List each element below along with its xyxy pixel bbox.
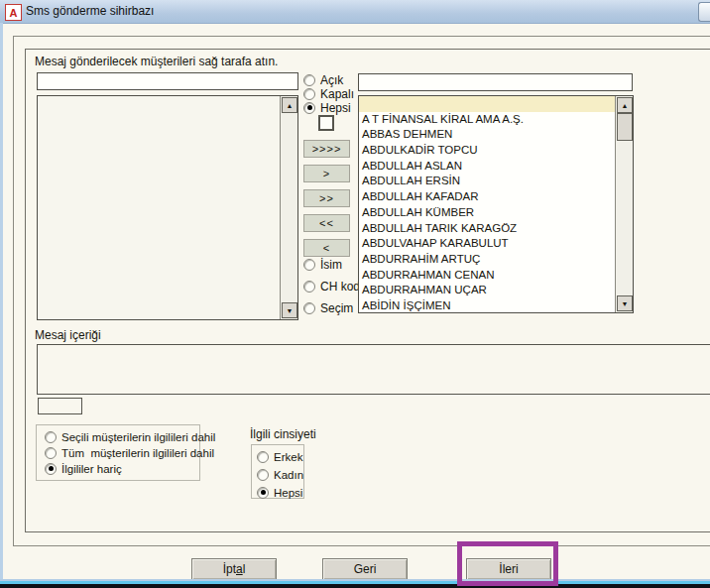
list-item[interactable]: ABDURRAHMAN CENAN <box>359 268 616 284</box>
radio-icon <box>303 281 315 293</box>
gender-group-label: İlgili cinsiyeti <box>250 427 316 441</box>
window-title: Sms gönderme sihirbazı <box>26 4 154 18</box>
radio-label: Seçim <box>320 301 353 315</box>
radio-acik[interactable]: Açık <box>303 73 343 86</box>
source-list-rows <box>38 96 281 319</box>
char-counter-box <box>38 398 82 414</box>
scroll-down-icon[interactable]: ▼ <box>617 295 633 311</box>
radio-tum-ilgililer-dahil[interactable]: Tüm müşterilerin ilgilileri dahil <box>45 446 214 459</box>
radio-hepsi-gender[interactable]: Hepsi <box>257 486 302 499</box>
radio-icon <box>45 431 57 443</box>
source-list-scrollbar[interactable]: ▲ ▼ <box>280 96 297 319</box>
source-list[interactable]: ▲ ▼ <box>37 95 298 320</box>
app-icon: A <box>5 4 22 21</box>
source-search-input[interactable] <box>37 72 298 90</box>
radio-icon <box>303 302 315 314</box>
radio-label: CH kod <box>320 280 360 294</box>
cancel-label-prefix: İpt <box>223 562 236 576</box>
selected-empty-row[interactable] <box>359 96 616 112</box>
radio-kapali[interactable]: Kapalı <box>303 87 354 100</box>
instruction-label: Mesaj gönderilecek müşterileri sağ taraf… <box>35 55 278 68</box>
radio-kadin[interactable]: Kadın <box>257 468 303 481</box>
radio-ch-kod[interactable]: CH kod <box>303 280 360 293</box>
back-button[interactable]: Geri <box>322 558 408 580</box>
radio-ilgililer-haric[interactable]: İlgililer hariç <box>45 462 122 475</box>
cancel-button[interactable]: İptal <box>191 558 277 580</box>
radio-icon <box>303 102 315 114</box>
radio-label: Seçili müşterilerin ilgilileri dahil <box>61 431 215 443</box>
move-all-right-button[interactable]: >>>> <box>303 140 350 158</box>
radio-icon <box>303 74 315 86</box>
list-item[interactable]: ABDULVAHAP KARABULUT <box>359 236 616 252</box>
list-item[interactable]: ABDULLAH ASLAN <box>359 159 616 175</box>
list-item[interactable]: ABDULKADİR TOPCU <box>359 143 616 159</box>
title-bar[interactable]: A Sms gönderme sihirbazı <box>0 0 710 24</box>
list-item[interactable]: ABDURRAHİM ARTUÇ <box>359 252 616 268</box>
list-item[interactable]: ABBAS DEHMEN <box>359 127 616 143</box>
radio-label: İsim <box>320 258 342 272</box>
annotation-highlight-next-button <box>457 541 558 586</box>
recipient-list[interactable]: A T FİNANSAL KİRAL AMA A.Ş.ABBAS DEHMENA… <box>358 95 634 313</box>
move-page-left-button[interactable]: << <box>303 214 350 232</box>
scroll-down-icon[interactable]: ▼ <box>282 302 297 318</box>
radio-icon <box>257 451 269 463</box>
scrollbar-thumb[interactable] <box>617 113 633 141</box>
radio-label: Kapalı <box>320 87 354 101</box>
message-content-label: Mesaj içeriği <box>35 328 101 342</box>
radio-isim[interactable]: İsim <box>303 258 342 271</box>
recipient-list-scrollbar[interactable]: ▲ ▼ <box>615 96 633 312</box>
move-one-left-button[interactable]: < <box>303 239 350 257</box>
radio-label: Hepsi <box>274 487 302 499</box>
list-item[interactable]: ABDULLAH ERSİN <box>359 174 616 189</box>
radio-label: Hepsi <box>320 101 351 115</box>
radio-icon <box>257 487 269 499</box>
list-item[interactable]: ABDULLAH KAFADAR <box>359 189 616 205</box>
list-item[interactable]: A T FİNANSAL KİRAL AMA A.Ş. <box>359 112 616 128</box>
radio-icon <box>45 447 57 459</box>
scroll-up-icon[interactable]: ▲ <box>617 97 633 113</box>
radio-icon <box>303 88 315 100</box>
select-all-checkbox[interactable] <box>318 115 334 131</box>
sms-wizard-window: A Sms gönderme sihirbazı Mesaj gönderile… <box>0 0 710 588</box>
radio-secim[interactable]: Seçim <box>303 301 353 314</box>
list-item[interactable]: ABİDİN İŞÇİMEN <box>359 298 616 312</box>
cancel-label-accesskey: a <box>236 562 243 576</box>
list-item[interactable]: ABDULLAH KÜMBER <box>359 205 616 221</box>
recipient-items: A T FİNANSAL KİRAL AMA A.Ş.ABBAS DEHMENA… <box>359 112 616 312</box>
move-one-right-button[interactable]: > <box>303 165 350 182</box>
contacts-option-groupbox: Seçili müşterilerin ilgilileri dahil Tüm… <box>36 424 200 481</box>
radio-label: Kadın <box>274 469 303 481</box>
radio-label: İlgililer hariç <box>61 463 122 475</box>
close-button-partial[interactable] <box>698 2 710 22</box>
radio-label: Tüm müşterilerin ilgilileri dahil <box>61 447 214 459</box>
radio-icon <box>303 259 315 271</box>
gender-groupbox: Erkek Kadın Hepsi <box>251 444 304 499</box>
list-item[interactable]: ABDURRAHMAN UÇAR <box>359 283 616 298</box>
list-item[interactable]: ABDULLAH TARIK KARAGÖZ <box>359 221 616 237</box>
radio-icon <box>257 469 269 481</box>
radio-erkek[interactable]: Erkek <box>257 450 302 463</box>
radio-icon <box>45 463 57 475</box>
message-content-textarea[interactable] <box>37 344 710 395</box>
recipient-list-rows: A T FİNANSAL KİRAL AMA A.Ş.ABBAS DEHMENA… <box>359 96 616 312</box>
radio-hepsi-filter[interactable]: Hepsi <box>303 101 351 114</box>
recipient-search-input[interactable] <box>358 73 633 91</box>
radio-label: Açık <box>320 73 343 87</box>
scroll-up-icon[interactable]: ▲ <box>282 97 297 113</box>
window-left-border <box>0 23 3 580</box>
radio-label: Erkek <box>274 451 302 463</box>
move-page-right-button[interactable]: >> <box>303 189 350 207</box>
cancel-label-suffix: l <box>243 562 246 576</box>
radio-secili-ilgililer-dahil[interactable]: Seçili müşterilerin ilgilileri dahil <box>45 430 215 443</box>
taskbar-edge <box>0 584 710 588</box>
